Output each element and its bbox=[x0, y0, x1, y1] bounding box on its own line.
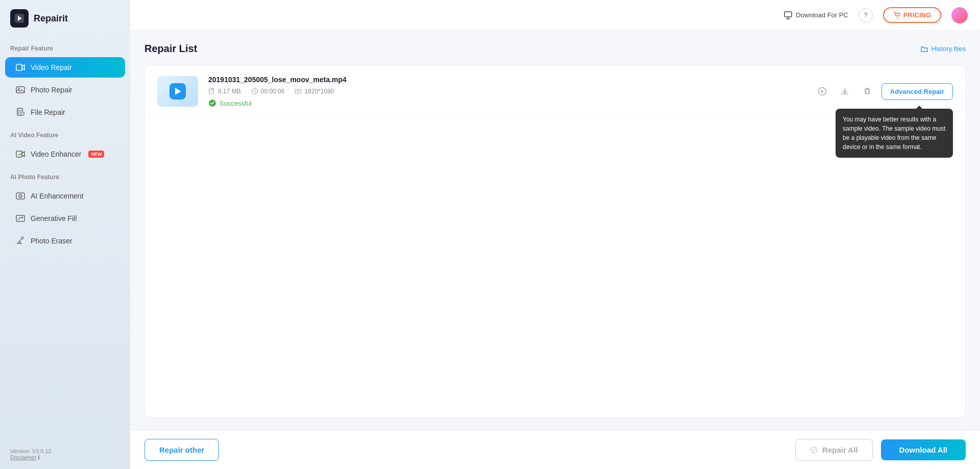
sidebar-item-ai-enhancement[interactable]: AI AI Enhancement bbox=[5, 186, 125, 206]
repair-all-icon bbox=[810, 446, 818, 454]
svg-rect-2 bbox=[16, 87, 24, 93]
video-enhancer-icon bbox=[15, 149, 26, 159]
video-enhancer-label: Video Enhancer bbox=[31, 150, 81, 158]
content-header: Repair List History files bbox=[144, 43, 966, 55]
ai-enhancement-label: AI Enhancement bbox=[31, 192, 84, 200]
download-button[interactable] bbox=[837, 83, 853, 100]
sidebar-item-generative-fill[interactable]: Generative Fill bbox=[5, 208, 125, 229]
photo-repair-label: Photo Repair bbox=[31, 86, 72, 94]
sidebar-item-file-repair[interactable]: File Repair bbox=[5, 102, 125, 122]
svg-point-3 bbox=[18, 88, 20, 90]
preview-button[interactable] bbox=[814, 83, 830, 100]
file-repair-icon bbox=[15, 107, 26, 117]
svg-rect-13 bbox=[785, 12, 792, 17]
svg-text:AI: AI bbox=[19, 195, 22, 198]
ai-enhancement-icon: AI bbox=[15, 191, 26, 201]
pricing-button[interactable]: PRICING bbox=[883, 7, 941, 23]
sidebar: Repairit Repair Feature Video Repair Pho… bbox=[0, 0, 130, 469]
svg-point-11 bbox=[22, 217, 23, 218]
clock-icon bbox=[251, 88, 258, 95]
video-thumbnail bbox=[157, 76, 198, 107]
photo-eraser-icon bbox=[15, 236, 26, 246]
app-logo: Repairit bbox=[0, 0, 130, 37]
resolution-icon bbox=[295, 88, 302, 95]
svg-point-22 bbox=[811, 447, 817, 453]
repair-item-filename: 20191031_205005_lose_moov_meta.mp4 bbox=[208, 76, 804, 84]
svg-point-15 bbox=[898, 17, 899, 18]
video-repair-icon bbox=[15, 62, 26, 72]
repair-item-actions: Advanced Repair You may have better resu… bbox=[814, 83, 953, 100]
sidebar-item-video-enhancer[interactable]: Video Enhancer NEW bbox=[5, 144, 125, 164]
ai-video-section-label: AI Video Feature bbox=[0, 124, 130, 143]
repair-feature-section-label: Repair Feature bbox=[0, 37, 130, 56]
download-icon bbox=[840, 87, 849, 96]
advanced-repair-button[interactable]: Advanced Repair bbox=[881, 83, 953, 100]
sidebar-item-photo-repair[interactable]: Photo Repair bbox=[5, 80, 125, 100]
repair-other-button[interactable]: Repair other bbox=[144, 439, 219, 461]
download-for-pc-btn[interactable]: Download For PC bbox=[783, 11, 848, 20]
filesize-icon bbox=[208, 88, 215, 95]
photo-repair-icon bbox=[15, 85, 26, 95]
generative-fill-icon bbox=[15, 213, 26, 224]
meta-filesize: 9.17 MB bbox=[208, 88, 241, 95]
help-icon[interactable]: ? bbox=[859, 8, 873, 22]
play-triangle-icon bbox=[175, 88, 181, 95]
folder-icon bbox=[920, 45, 928, 53]
photo-eraser-label: Photo Eraser bbox=[31, 237, 72, 245]
bottom-right-buttons: Repair All Download All bbox=[795, 439, 966, 461]
file-repair-label: File Repair bbox=[31, 108, 65, 116]
history-files-btn[interactable]: History files bbox=[920, 45, 966, 53]
tooltip-box: You may have better results with a sampl… bbox=[836, 109, 953, 158]
new-badge: NEW bbox=[88, 151, 104, 158]
play-button-thumb bbox=[169, 83, 186, 100]
sidebar-footer: Version: V3.0.12 Disclaimer ℹ bbox=[0, 440, 130, 469]
main-content: Download For PC ? PRICING Repair List Hi… bbox=[130, 0, 980, 469]
svg-rect-21 bbox=[865, 89, 869, 94]
cart-icon bbox=[893, 12, 900, 19]
content-area: Repair List History files 20191031_20500… bbox=[130, 31, 980, 430]
bottom-bar: Repair other Repair All Download All bbox=[130, 430, 980, 469]
svg-point-12 bbox=[21, 237, 23, 239]
sidebar-item-photo-eraser[interactable]: Photo Eraser bbox=[5, 231, 125, 251]
app-name: Repairit bbox=[34, 13, 68, 24]
table-row: 20191031_205005_lose_moov_meta.mp4 9.17 … bbox=[145, 65, 965, 118]
svg-rect-10 bbox=[16, 215, 24, 221]
trash-icon bbox=[863, 87, 872, 96]
repair-item-info: 20191031_205005_lose_moov_meta.mp4 9.17 … bbox=[208, 76, 804, 107]
delete-button[interactable] bbox=[859, 83, 875, 100]
repair-all-button[interactable]: Repair All bbox=[795, 439, 872, 461]
generative-fill-label: Generative Fill bbox=[31, 214, 77, 223]
svg-rect-6 bbox=[16, 151, 22, 157]
ai-photo-section-label: AI Photo Feature bbox=[0, 165, 130, 185]
repair-item-meta: 9.17 MB 00:00:06 bbox=[208, 88, 804, 95]
status-badge: Successful bbox=[208, 99, 804, 107]
svg-point-14 bbox=[896, 17, 897, 18]
success-icon bbox=[208, 99, 216, 107]
repair-list: 20191031_205005_lose_moov_meta.mp4 9.17 … bbox=[144, 65, 966, 418]
download-all-button[interactable]: Download All bbox=[881, 439, 966, 460]
video-repair-label: Video Repair bbox=[31, 63, 72, 71]
version-text: Version: V3.0.12 bbox=[10, 448, 120, 454]
meta-duration: 00:00:06 bbox=[251, 88, 285, 95]
page-title: Repair List bbox=[144, 43, 197, 55]
header: Download For PC ? PRICING bbox=[130, 0, 980, 31]
disclaimer-link[interactable]: Disclaimer bbox=[10, 454, 36, 460]
meta-resolution: 1920*1080 bbox=[295, 88, 334, 95]
avatar[interactable] bbox=[951, 7, 968, 23]
svg-rect-1 bbox=[16, 64, 22, 70]
monitor-icon bbox=[783, 11, 793, 20]
preview-icon bbox=[818, 87, 827, 96]
sidebar-item-video-repair[interactable]: Video Repair bbox=[5, 57, 125, 78]
logo-icon bbox=[10, 9, 29, 28]
